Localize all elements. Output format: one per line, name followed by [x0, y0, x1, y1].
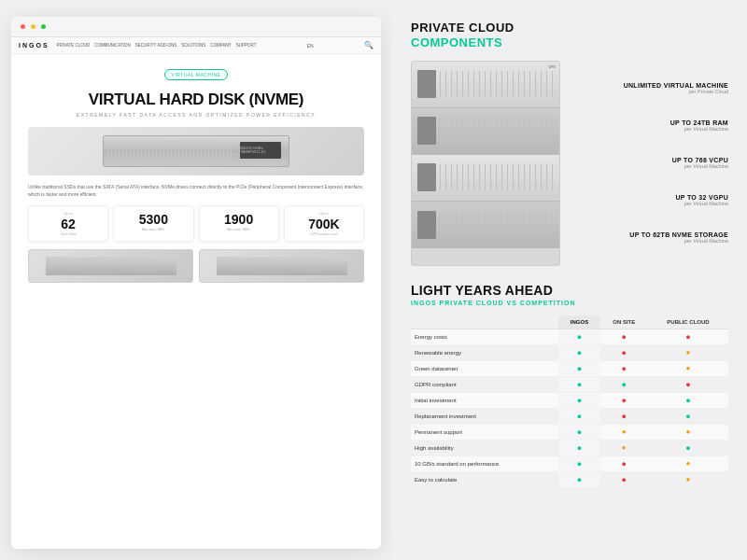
ingos-cell: ●	[558, 471, 599, 487]
stat-card-1: 5300 Max read, MB/s	[113, 205, 193, 242]
col-header-onsite: ON SITE	[600, 315, 649, 329]
stat-bot-3: IOPS random read	[289, 232, 359, 236]
stats-grid: Up to 62 Drive Slots 5300 Max read, MB/s…	[28, 205, 364, 242]
minimize-dot	[31, 24, 35, 29]
col-header-public: PUBLIC CLOUD	[648, 315, 728, 329]
browser-chrome	[11, 17, 381, 37]
rack-lines-0	[440, 71, 554, 97]
left-panel: INGOS PRIVATE CLOUD COMMUNICATION SECURI…	[0, 0, 392, 560]
stat-card-3: Up to 700K IOPS random read	[284, 205, 364, 242]
ingos-cell: ●	[558, 360, 599, 376]
rack-hole-1	[417, 117, 436, 145]
stat-top-0: Up to	[33, 211, 104, 216]
comp-label-4: UP TO 62TB NVME STORAGE per Virtual Mach…	[570, 231, 728, 244]
feature-name: Green datacenter	[411, 360, 558, 376]
public-cell: ●	[648, 360, 728, 376]
stat-val-2: 1900	[204, 213, 275, 226]
nav-link-comm: COMMUNICATION	[94, 43, 131, 48]
search-icon: 🔍	[364, 41, 374, 49]
onsite-cell: ●	[600, 471, 649, 487]
bottom-images	[28, 249, 364, 283]
section-title-line1: PRIVATE CLOUD	[411, 21, 728, 35]
close-dot	[21, 24, 25, 29]
feature-name: GDPR compliant	[411, 376, 558, 392]
comp-label-1: UP TO 24TB RAM per Virtual Machine	[570, 119, 728, 132]
site-logo: INGOS	[19, 42, 49, 49]
nav-links: PRIVATE CLOUD COMMUNICATION SECURITY ADD…	[57, 43, 257, 48]
product-img-1	[28, 249, 193, 283]
comp-title-1: UP TO 24TB RAM	[570, 119, 728, 126]
rack-unit-1	[412, 108, 559, 155]
comp-sub-4: per Virtual Machine	[570, 238, 728, 244]
comp-sub-2: per Virtual Machine	[570, 163, 728, 169]
comp-sub-3: per Virtual Machine	[570, 201, 728, 206]
onsite-cell: ●	[600, 424, 649, 440]
stat-val-0: 62	[33, 217, 104, 231]
nvme-drive-image: INGOS NVMe TM08P4012-01	[103, 135, 289, 167]
comp-title-3: UP TO 32 VGPU	[570, 194, 728, 201]
comparison-row: High availability ● ● ●	[411, 440, 728, 455]
comparison-table: INGOS ON SITE PUBLIC CLOUD Energy costs …	[411, 315, 728, 488]
small-nvme-2	[217, 257, 347, 275]
rack-hole-3	[417, 211, 436, 239]
nav-link-solutions: SOLUTIONS	[181, 43, 205, 48]
rack-lines-3	[440, 212, 554, 238]
light-years-title: LIGHT YEARS AHEAD	[411, 283, 728, 298]
stat-card-0: Up to 62 Drive Slots	[28, 205, 108, 242]
comp-title-0: UNLIMITED VIRTUAL MACHINE	[570, 82, 728, 89]
rack-unit-0: GPU	[412, 62, 559, 108]
stat-bot-0: Drive Slots	[33, 232, 104, 236]
page-content: VIRTUAL MACHINE VIRTUAL HARD DISK (NVME)…	[11, 54, 381, 549]
comparison-row: Initial investment ● ● ●	[411, 392, 728, 408]
comparison-row: 10 GB/s standard on performance ● ● ●	[411, 455, 728, 471]
feature-name: Replacement investment	[411, 408, 558, 424]
nav-link-company: COMPANY	[210, 43, 231, 48]
stat-top-3: Up to	[289, 211, 359, 216]
ingos-cell: ●	[558, 455, 599, 471]
public-cell: ●	[648, 376, 728, 392]
onsite-cell: ●	[600, 408, 649, 424]
feature-name: Initial investment	[411, 392, 558, 408]
onsite-cell: ●	[600, 455, 649, 471]
comp-label-3: UP TO 32 VGPU per Virtual Machine	[570, 194, 728, 206]
product-title: VIRTUAL HARD DISK (NVME)	[28, 91, 364, 109]
maximize-dot	[41, 24, 46, 29]
public-cell: ●	[648, 344, 728, 360]
product-description: Unlike traditional SSDs that use the SAT…	[28, 183, 364, 198]
ingos-cell: ●	[558, 392, 599, 408]
nav-link-cloud: PRIVATE CLOUD	[57, 43, 91, 48]
comp-label-2: UP TO 768 VCPU per Virtual Machine	[570, 157, 728, 169]
right-panel: PRIVATE CLOUD COMPONENTS GPU	[392, 0, 747, 560]
comparison-row: Green datacenter ● ● ●	[411, 360, 728, 376]
feature-name: Permanent support	[411, 424, 558, 440]
server-rack-image: GPU	[411, 61, 560, 266]
comparison-row: Energy costs ● ● ●	[411, 329, 728, 344]
public-cell: ●	[648, 455, 728, 471]
components-visual: GPU UNLIMITED VIRTUAL MACHINE per Privat…	[411, 61, 728, 266]
stat-card-2: 1900 Max write, MB/s	[199, 205, 279, 242]
stat-val-3: 700K	[289, 217, 359, 231]
rack-label-0: GPU	[548, 65, 556, 69]
public-cell: ●	[648, 408, 728, 424]
rack-unit-3	[412, 202, 559, 248]
ingos-cell: ●	[558, 329, 599, 344]
onsite-cell: ●	[600, 360, 649, 376]
col-header-ingos: INGOS	[558, 315, 599, 329]
onsite-cell: ●	[600, 440, 649, 455]
public-cell: ●	[648, 392, 728, 408]
lang-selector: EN	[307, 43, 314, 49]
comparison-row: Permanent support ● ● ●	[411, 424, 728, 440]
feature-name: Energy costs	[411, 329, 558, 344]
comp-title-4: UP TO 62TB NVME STORAGE	[570, 231, 728, 238]
feature-name: High availability	[411, 440, 558, 455]
public-cell: ●	[648, 424, 728, 440]
feature-name: Renewable energy	[411, 344, 558, 360]
small-nvme-1	[46, 257, 176, 275]
ingos-cell: ●	[558, 424, 599, 440]
section-title-line2: COMPONENTS	[411, 35, 728, 49]
comparison-row: Renewable energy ● ● ●	[411, 344, 728, 360]
comparison-row: GDPR compliant ● ● ●	[411, 376, 728, 392]
comp-label-0: UNLIMITED VIRTUAL MACHINE per Private Cl…	[570, 82, 728, 94]
stat-bot-2: Max write, MB/s	[204, 228, 275, 231]
components-labels: UNLIMITED VIRTUAL MACHINE per Private Cl…	[570, 61, 728, 266]
